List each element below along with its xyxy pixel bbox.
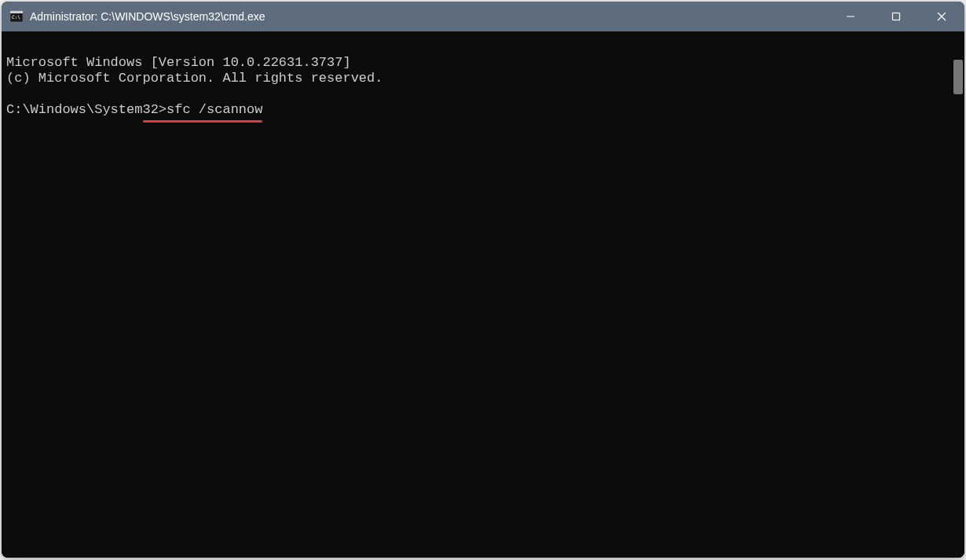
- window-title: Administrator: C:\WINDOWS\system32\cmd.e…: [30, 10, 828, 23]
- window-controls: [828, 2, 964, 31]
- scrollbar-track[interactable]: [950, 31, 964, 558]
- cmd-icon: C:\: [9, 9, 24, 24]
- prompt-path: C:\Windows\System32>: [6, 102, 166, 117]
- maximize-icon: [891, 12, 901, 21]
- maximize-button[interactable]: [873, 2, 919, 31]
- svg-text:C:\: C:\: [12, 14, 20, 20]
- terminal-output[interactable]: Microsoft Windows [Version 10.0.22631.37…: [2, 31, 964, 558]
- svg-rect-4: [893, 13, 900, 20]
- close-icon: [937, 12, 946, 21]
- version-line: Microsoft Windows [Version 10.0.22631.37…: [6, 55, 960, 71]
- minimize-button[interactable]: [828, 2, 873, 31]
- minimize-icon: [846, 12, 855, 21]
- prompt-line: C:\Windows\System32>sfc /scannow: [6, 102, 262, 118]
- cmd-window: C:\ Administrator: C:\WINDOWS\system32\c…: [2, 2, 964, 558]
- copyright-line: (c) Microsoft Corporation. All rights re…: [6, 71, 960, 86]
- blank-line: [6, 86, 960, 102]
- command-underline-annotation: [143, 120, 262, 123]
- typed-command: sfc /scannow: [166, 102, 262, 117]
- scrollbar-thumb[interactable]: [953, 60, 963, 94]
- svg-rect-1: [10, 11, 23, 13]
- close-button[interactable]: [919, 2, 964, 31]
- titlebar[interactable]: C:\ Administrator: C:\WINDOWS\system32\c…: [2, 2, 964, 31]
